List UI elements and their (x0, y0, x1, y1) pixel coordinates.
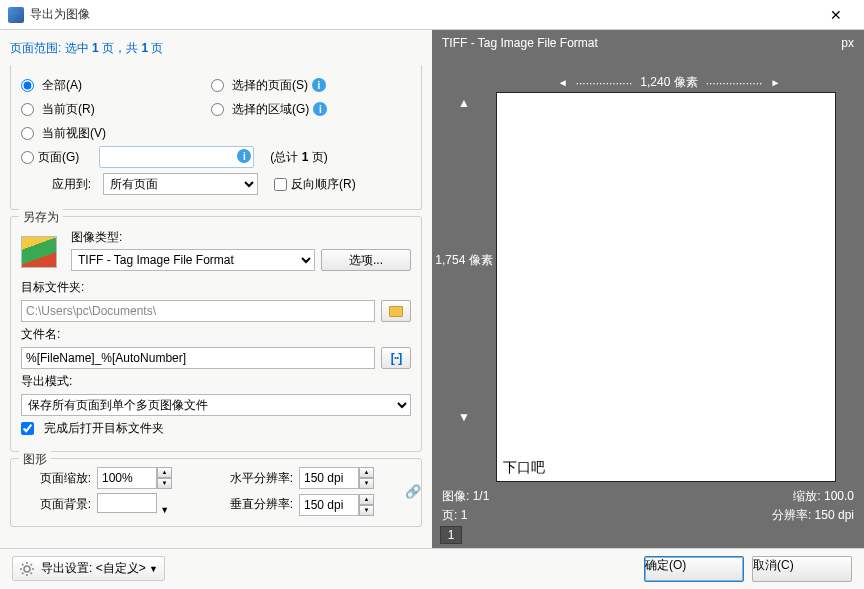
radio-all[interactable]: 全部(A) (21, 77, 201, 94)
pages-input[interactable] (99, 146, 254, 168)
filename-label: 文件名: (21, 326, 411, 343)
save-as-group: 另存为 图像类型: TIFF - Tag Image File Format 选… (10, 216, 422, 452)
page-bg-label: 页面背景: (21, 496, 91, 513)
vres-spinner[interactable]: ▲▼ (299, 494, 399, 516)
dest-folder-input[interactable] (21, 300, 375, 322)
link-res-icon[interactable]: 🔗 (405, 484, 421, 499)
macro-icon: [··] (391, 351, 402, 365)
ok-button[interactable]: 确定(O) (644, 556, 744, 582)
radio-selected-region[interactable]: 选择的区域(G) i (211, 101, 327, 118)
cancel-button[interactable]: 取消(C) (752, 556, 852, 582)
open-after-checkbox[interactable]: 完成后打开目标文件夹 (21, 420, 411, 437)
preview-panel: TIFF - Tag Image File Format px ◄·······… (432, 30, 864, 548)
browse-folder-button[interactable] (381, 300, 411, 322)
format-thumbnail (21, 236, 57, 268)
apply-to-label: 应用到: (21, 176, 91, 193)
filename-input[interactable] (21, 347, 375, 369)
info-icon: i (312, 78, 326, 92)
export-settings-dropdown[interactable]: 导出设置: <自定义> ▼ (12, 556, 165, 581)
page-tabs: 1 (432, 526, 864, 548)
page-tab-1[interactable]: 1 (440, 526, 462, 544)
info-icon: i (313, 102, 327, 116)
radio-current-view[interactable]: 当前视图(V) (21, 125, 201, 142)
close-button[interactable]: ✕ (816, 7, 856, 23)
apply-to-select[interactable]: 所有页面 (103, 173, 258, 195)
title-bar: 导出为图像 ✕ (0, 0, 864, 30)
options-button[interactable]: 选项... (321, 249, 411, 271)
preview-title: TIFF - Tag Image File Format (442, 36, 841, 50)
svg-point-0 (24, 566, 30, 572)
page-range-group: 全部(A) 选择的页面(S) i 当前页(R) 选择的区域(G) i 当前视图(… (10, 65, 422, 210)
page-bg-color[interactable] (97, 493, 157, 513)
preview-page: 下口吧 (496, 92, 836, 482)
window-title: 导出为图像 (30, 6, 816, 23)
hres-spinner[interactable]: ▲▼ (299, 467, 399, 489)
save-as-legend: 另存为 (19, 209, 63, 226)
export-mode-label: 导出模式: (21, 373, 411, 390)
page-zoom-spinner[interactable]: ▲▼ (97, 467, 207, 489)
radio-current[interactable]: 当前页(R) (21, 101, 201, 118)
pages-total: (总计 1 页) (270, 149, 327, 166)
page-range-header: 页面范围: 选中 1 页，共 1 页 (10, 36, 422, 65)
graphics-legend: 图形 (19, 451, 51, 468)
image-type-select[interactable]: TIFF - Tag Image File Format (71, 249, 315, 271)
ruler-top: ◄·················1,240 像素··············… (496, 74, 842, 91)
preview-unit: px (841, 36, 854, 50)
vres-label: 垂直分辨率: (213, 496, 293, 513)
folder-icon (389, 306, 403, 317)
image-type-label: 图像类型: (71, 229, 411, 246)
dest-folder-label: 目标文件夹: (21, 279, 411, 296)
preview-footer: 图像: 1/1缩放: 100.0 页: 1分辨率: 150 dpi (432, 484, 864, 526)
filename-macro-button[interactable]: [··] (381, 347, 411, 369)
bottom-bar: 导出设置: <自定义> ▼ 确定(O) 取消(C) (0, 548, 864, 588)
ruler-left: ▲1,754 像素▼ (436, 96, 492, 424)
graphics-group: 图形 页面缩放: ▲▼ 水平分辨率: ▲▼ 🔗 页面背景: ▼ 垂直分辨率: ▲… (10, 458, 422, 527)
reverse-checkbox[interactable]: 反向顺序(R) (274, 176, 356, 193)
app-icon (8, 7, 24, 23)
gear-icon (19, 561, 35, 577)
hres-label: 水平分辨率: (213, 470, 293, 487)
export-mode-select[interactable]: 保存所有页面到单个多页图像文件 (21, 394, 411, 416)
radio-pages[interactable]: 页面(G) (21, 149, 79, 166)
radio-selected-pages[interactable]: 选择的页面(S) i (211, 77, 326, 94)
preview-page-text: 下口吧 (503, 459, 545, 477)
page-zoom-label: 页面缩放: (21, 470, 91, 487)
